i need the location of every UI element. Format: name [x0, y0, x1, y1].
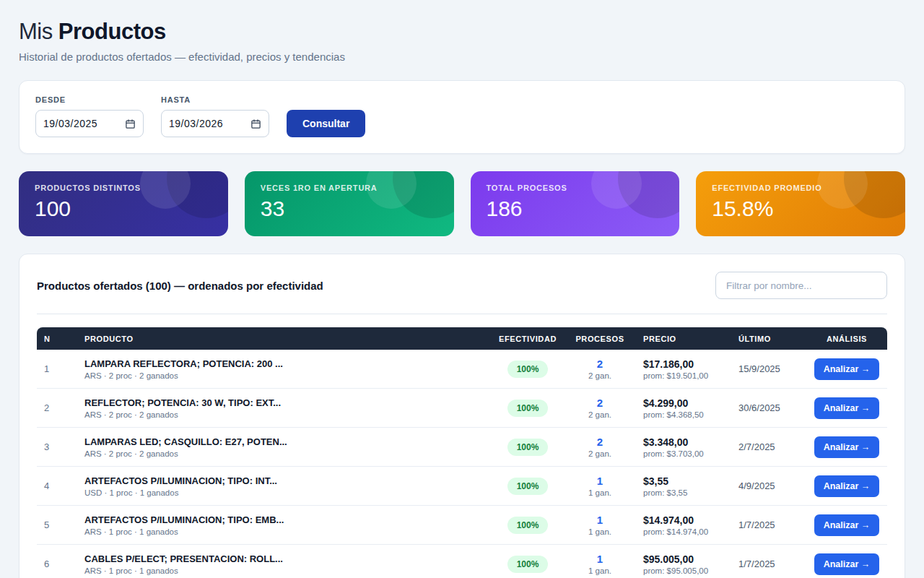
precio-value: $3.348,00	[643, 436, 724, 448]
efectividad-badge: 100%	[507, 400, 549, 417]
ultimo-date: 15/9/2025	[731, 363, 806, 374]
efectividad-badge: 100%	[507, 517, 549, 534]
product-name: CABLES P/ELECT; PRESENTACION: ROLL...	[84, 553, 484, 564]
efectividad-cell: 100%	[492, 478, 564, 495]
table-title: Productos ofertados (100) — ordenados po…	[37, 280, 323, 292]
date-filter-card: DESDE HASTA Consultar	[19, 80, 905, 154]
ultimo-date: 30/6/2025	[731, 402, 806, 413]
precio-promedio: prom: $3,55	[643, 488, 724, 497]
calendar-icon[interactable]	[125, 118, 136, 129]
analizar-button[interactable]: Analizar →	[814, 436, 880, 458]
precio-promedio: prom: $3.703,00	[643, 449, 724, 458]
table-body: 1 LAMPARA REFLECTORA; POTENCIA: 200 ... …	[37, 350, 887, 578]
analizar-button[interactable]: Analizar →	[814, 397, 880, 419]
procesos-count: 1	[571, 475, 629, 487]
procesos-ganados: 2 gan.	[571, 449, 629, 458]
precio-cell: $17.186,00 prom: $19.501,00	[636, 358, 731, 380]
desde-date-value[interactable]	[43, 118, 119, 129]
product-cell: LAMPARA REFLECTORA; POTENCIA: 200 ... AR…	[77, 358, 492, 380]
hasta-date-value[interactable]	[169, 118, 245, 129]
row-number: 3	[37, 441, 77, 452]
procesos-count: 2	[571, 397, 629, 409]
efectividad-badge: 100%	[507, 361, 549, 378]
procesos-ganados: 1 gan.	[571, 488, 629, 497]
row-number: 2	[37, 402, 77, 413]
procesos-count: 2	[571, 358, 629, 370]
stat-value: 33	[261, 197, 438, 221]
analizar-button[interactable]: Analizar →	[814, 514, 880, 536]
stat-value: 186	[487, 197, 664, 221]
precio-promedio: prom: $19.501,00	[643, 371, 724, 380]
calendar-icon[interactable]	[250, 118, 261, 129]
column-header-procesos: PROCESOS	[564, 335, 636, 343]
product-name: REFLECTOR; POTENCIA: 30 W, TIPO: EXT...	[84, 397, 484, 408]
product-name: LAMPARAS LED; CASQUILLO: E27, POTEN...	[84, 436, 484, 447]
hasta-label: HASTA	[161, 95, 269, 104]
consultar-button[interactable]: Consultar	[287, 110, 365, 137]
procesos-ganados: 2 gan.	[571, 371, 629, 380]
procesos-cell: 2 2 gan.	[564, 358, 636, 380]
page-title: Mis Productos	[19, 19, 905, 45]
page-title-bold: Productos	[58, 19, 166, 44]
precio-value: $3,55	[643, 475, 724, 487]
stat-label: TOTAL PROCESOS	[487, 184, 664, 192]
procesos-count: 2	[571, 436, 629, 448]
stats-row: PRODUCTOS DISTINTOS 100 VECES 1RO EN APE…	[19, 171, 905, 236]
desde-label: DESDE	[35, 95, 144, 104]
analisis-cell: Analizar →	[806, 436, 887, 458]
products-table-card: Productos ofertados (100) — ordenados po…	[19, 254, 905, 578]
row-number: 5	[37, 519, 77, 530]
row-number: 1	[37, 363, 77, 374]
stat-label: PRODUCTOS DISTINTOS	[35, 184, 212, 192]
analizar-button[interactable]: Analizar →	[814, 358, 880, 380]
row-number: 4	[37, 480, 77, 491]
product-cell: CABLES P/ELECT; PRESENTACION: ROLL... AR…	[77, 553, 492, 575]
precio-value: $4.299,00	[643, 397, 724, 409]
efectividad-cell: 100%	[492, 517, 564, 534]
precio-cell: $95.005,00 prom: $95.005,00	[636, 553, 731, 575]
hasta-date-input[interactable]	[161, 110, 269, 137]
stat-value: 100	[35, 197, 212, 221]
ultimo-date: 1/7/2025	[731, 519, 806, 530]
analizar-button[interactable]: Analizar →	[814, 553, 880, 575]
stat-card: VECES 1RO EN APERTURA 33	[245, 171, 454, 236]
procesos-cell: 1 1 gan.	[564, 514, 636, 536]
desde-date-input[interactable]	[35, 110, 144, 137]
analisis-cell: Analizar →	[806, 358, 887, 380]
analisis-cell: Analizar →	[806, 397, 887, 419]
product-meta: ARS · 2 proc · 2 ganados	[84, 371, 484, 380]
product-name: ARTEFACTOS P/ILUMINACION; TIPO: INT...	[84, 475, 484, 486]
stat-card: TOTAL PROCESOS 186	[471, 171, 680, 236]
row-number: 6	[37, 558, 77, 569]
table-row: 1 LAMPARA REFLECTORA; POTENCIA: 200 ... …	[37, 350, 887, 389]
column-header-efectividad: EFECTIVIDAD	[492, 335, 564, 343]
procesos-count: 1	[571, 514, 629, 526]
desde-field: DESDE	[35, 95, 144, 137]
product-cell: ARTEFACTOS P/ILUMINACION; TIPO: INT... U…	[77, 475, 492, 497]
stat-card: PRODUCTOS DISTINTOS 100	[19, 171, 228, 236]
precio-value: $17.186,00	[643, 358, 724, 370]
procesos-cell: 2 2 gan.	[564, 436, 636, 458]
analizar-button[interactable]: Analizar →	[814, 475, 880, 497]
efectividad-badge: 100%	[507, 556, 549, 573]
precio-cell: $3.348,00 prom: $3.703,00	[636, 436, 731, 458]
stat-label: EFECTIVIDAD PROMEDIO	[712, 184, 889, 192]
column-header-ultimo: ÚLTIMO	[731, 335, 806, 343]
table-toolbar: Productos ofertados (100) — ordenados po…	[37, 272, 887, 314]
precio-promedio: prom: $4.368,50	[643, 410, 724, 419]
efectividad-cell: 100%	[492, 400, 564, 417]
precio-promedio: prom: $14.974,00	[643, 527, 724, 536]
analisis-cell: Analizar →	[806, 514, 887, 536]
precio-cell: $14.974,00 prom: $14.974,00	[636, 514, 731, 536]
table-row: 3 LAMPARAS LED; CASQUILLO: E27, POTEN...…	[37, 428, 887, 467]
product-meta: ARS · 1 proc · 1 ganados	[84, 566, 484, 575]
procesos-ganados: 2 gan.	[571, 410, 629, 419]
ultimo-date: 4/9/2025	[731, 480, 806, 491]
precio-cell: $4.299,00 prom: $4.368,50	[636, 397, 731, 419]
procesos-count: 1	[571, 553, 629, 565]
procesos-cell: 1 1 gan.	[564, 475, 636, 497]
stat-card: EFECTIVIDAD PROMEDIO 15.8%	[696, 171, 905, 236]
stat-label: VECES 1RO EN APERTURA	[261, 184, 438, 192]
column-header-analisis: ANÁLISIS	[806, 335, 887, 343]
name-filter-input[interactable]	[715, 272, 887, 299]
